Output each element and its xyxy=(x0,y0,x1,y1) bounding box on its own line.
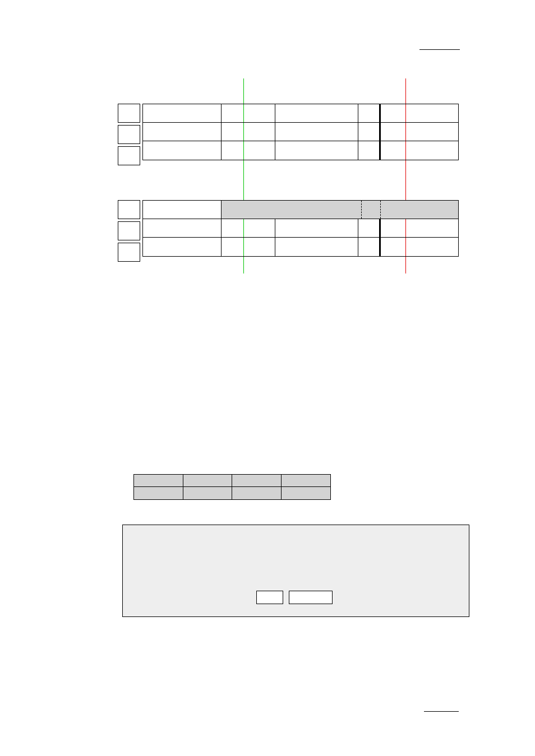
center-table-r1c1 xyxy=(134,475,183,487)
table2-rowlabel-1 xyxy=(118,200,140,219)
table2-r3-c5 xyxy=(358,238,381,256)
table1-r1-c3 xyxy=(222,104,275,122)
table2-rowlabel-2 xyxy=(118,221,140,240)
cancel-button[interactable] xyxy=(289,591,333,604)
center-table-r1c2 xyxy=(183,475,233,487)
table2-r2-c3 xyxy=(222,219,275,237)
center-table-r2c2 xyxy=(183,487,233,499)
table1-r3-c4 xyxy=(275,141,358,160)
table2-r3-c6 xyxy=(381,238,458,256)
ok-button[interactable] xyxy=(256,591,283,604)
table2-r3-c3 xyxy=(222,238,275,256)
table1-r2-c5 xyxy=(358,123,381,141)
table1-rowlabel-3 xyxy=(118,146,140,165)
table2-r2-c6 xyxy=(381,219,458,237)
center-table-r2c3 xyxy=(232,487,282,499)
table2-body xyxy=(142,200,459,257)
table2-r1-merged xyxy=(222,201,362,219)
table1-r1-c4 xyxy=(275,104,358,122)
table1-r2-c4 xyxy=(275,123,358,141)
center-table-r1c4 xyxy=(282,475,331,487)
table2-r1-gap xyxy=(362,201,381,219)
table1-r2-c3 xyxy=(222,123,275,141)
table2-r3-c4 xyxy=(275,238,358,256)
table2-r2-c5 xyxy=(358,219,381,237)
table1-r3-c6 xyxy=(381,141,458,160)
table1-body xyxy=(142,104,459,160)
header-divider xyxy=(419,49,460,50)
table2-r2-c2 xyxy=(143,219,222,237)
footer-divider xyxy=(424,711,459,712)
table2-r1-c6 xyxy=(381,201,458,219)
table1-r1-c2 xyxy=(143,104,222,122)
table2-r1-c2 xyxy=(143,201,222,219)
table1-r3-c2 xyxy=(143,141,222,160)
center-table xyxy=(133,474,331,500)
table1-r1-c5 xyxy=(358,104,381,122)
center-table-r2c1 xyxy=(134,487,183,499)
center-table-r1c3 xyxy=(232,475,282,487)
table1-rowlabel-1 xyxy=(118,104,140,123)
table2-r3-c2 xyxy=(143,238,222,256)
table2-rowlabel-3 xyxy=(118,243,140,262)
table1-r2-c6 xyxy=(381,123,458,141)
table1-rowlabel-2 xyxy=(118,125,140,144)
table1-r1-c6 xyxy=(381,104,458,122)
dialog-panel xyxy=(122,525,469,617)
center-table-r2c4 xyxy=(282,487,331,499)
table1-r3-c3 xyxy=(222,141,275,160)
table1-r3-c5 xyxy=(358,141,381,160)
table2-r2-c4 xyxy=(275,219,358,237)
table1-r2-c2 xyxy=(143,123,222,141)
